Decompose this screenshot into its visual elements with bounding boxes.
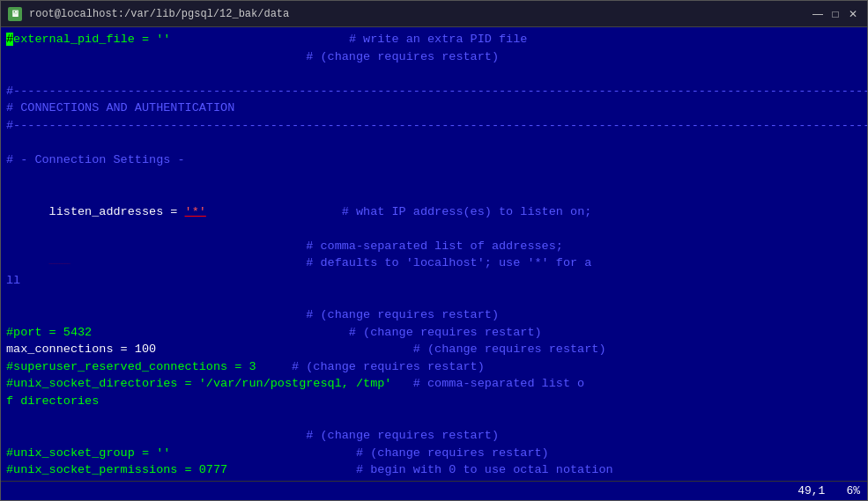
- line-4: #---------------------------------------…: [6, 83, 862, 100]
- terminal-window: 🖥 root@localhost:/var/lib/pgsql/12_bak/d…: [0, 0, 868, 501]
- titlebar: 🖥 root@localhost:/var/lib/pgsql/12_bak/d…: [1, 1, 867, 27]
- line-23: #unix_socket_group = '' # (change requir…: [6, 445, 862, 462]
- line-16: #port = 5432 # (change requires restart): [6, 324, 862, 342]
- line-10: listen_addresses = '*' # what IP address…: [6, 186, 862, 238]
- line-9: [6, 169, 862, 187]
- window-controls: — □ ✕: [811, 7, 860, 21]
- line-14: [6, 289, 862, 306]
- line-6: #---------------------------------------…: [6, 117, 862, 135]
- terminal-content[interactable]: #external_pid_file = '' # write an extra…: [1, 27, 867, 481]
- line-3: [6, 65, 862, 83]
- line-15: # (change requires restart): [6, 306, 862, 324]
- line-1: #external_pid_file = '' # write an extra…: [6, 31, 862, 48]
- line-8: # - Connection Settings -: [6, 151, 862, 169]
- statusbar: 49,1 6%: [1, 481, 867, 500]
- close-button[interactable]: ✕: [846, 7, 860, 21]
- line-18: #superuser_reserved_connections = 3 # (c…: [6, 358, 862, 376]
- line-24: #unix_socket_permissions = 0777 # begin …: [6, 461, 862, 479]
- scroll-percent: 6%: [846, 484, 860, 497]
- line-20: f directories: [6, 393, 862, 410]
- line-17: max_connections = 100 # (change requires…: [6, 341, 862, 358]
- maximize-button[interactable]: □: [828, 7, 842, 21]
- window-title: root@localhost:/var/lib/pgsql/12_bak/dat…: [29, 8, 811, 20]
- cursor-position: 49,1: [798, 484, 825, 497]
- line-2: # (change requires restart): [6, 48, 862, 66]
- line-5: # CONNECTIONS AND AUTHENTICATION: [6, 99, 862, 117]
- app-icon: 🖥: [8, 7, 22, 21]
- minimize-button[interactable]: —: [811, 7, 825, 21]
- line-22: # (change requires restart): [6, 427, 862, 445]
- line-11: # comma-separated list of addresses;: [6, 238, 862, 255]
- line-12: # defaults to 'localhost'; use '*' for a: [6, 254, 862, 272]
- line-19: #unix_socket_directories = '/var/run/pos…: [6, 375, 862, 393]
- line-13: ll: [6, 272, 862, 290]
- line-21: [6, 409, 862, 427]
- line-7: [6, 134, 862, 151]
